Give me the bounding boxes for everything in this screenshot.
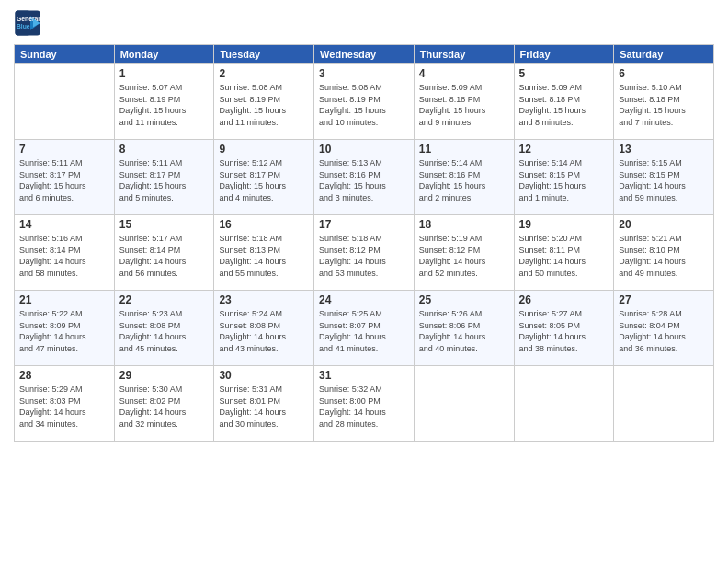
weekday-header-tuesday: Tuesday: [214, 45, 314, 64]
day-info: Sunrise: 5:13 AM Sunset: 8:16 PM Dayligh…: [319, 157, 409, 203]
calendar-cell: 21Sunrise: 5:22 AM Sunset: 8:09 PM Dayli…: [15, 291, 115, 366]
day-info: Sunrise: 5:28 AM Sunset: 8:04 PM Dayligh…: [619, 308, 709, 354]
calendar-cell: 8Sunrise: 5:11 AM Sunset: 8:17 PM Daylig…: [114, 140, 214, 215]
day-info: Sunrise: 5:09 AM Sunset: 8:18 PM Dayligh…: [419, 82, 509, 128]
day-number: 27: [619, 293, 709, 306]
day-number: 3: [319, 67, 409, 80]
calendar-cell: 16Sunrise: 5:18 AM Sunset: 8:13 PM Dayli…: [214, 215, 314, 291]
calendar-cell: 12Sunrise: 5:14 AM Sunset: 8:15 PM Dayli…: [514, 140, 614, 215]
day-number: 25: [419, 293, 509, 306]
calendar-week-row: 28Sunrise: 5:29 AM Sunset: 8:03 PM Dayli…: [15, 366, 714, 442]
day-info: Sunrise: 5:14 AM Sunset: 8:16 PM Dayligh…: [419, 157, 509, 203]
day-number: 28: [19, 369, 109, 382]
day-info: Sunrise: 5:25 AM Sunset: 8:07 PM Dayligh…: [319, 308, 409, 354]
calendar-cell: [15, 64, 115, 140]
weekday-header-wednesday: Wednesday: [314, 45, 415, 64]
day-info: Sunrise: 5:19 AM Sunset: 8:12 PM Dayligh…: [419, 233, 509, 279]
calendar-cell: 22Sunrise: 5:23 AM Sunset: 8:08 PM Dayli…: [114, 291, 214, 366]
svg-text:Blue: Blue: [17, 23, 30, 29]
day-info: Sunrise: 5:18 AM Sunset: 8:12 PM Dayligh…: [319, 233, 409, 279]
calendar-cell: 3Sunrise: 5:08 AM Sunset: 8:19 PM Daylig…: [314, 64, 415, 140]
day-number: 21: [19, 293, 109, 306]
calendar-cell: 18Sunrise: 5:19 AM Sunset: 8:12 PM Dayli…: [414, 215, 514, 291]
day-info: Sunrise: 5:24 AM Sunset: 8:08 PM Dayligh…: [219, 308, 309, 354]
calendar-cell: 31Sunrise: 5:32 AM Sunset: 8:00 PM Dayli…: [314, 366, 415, 442]
calendar-cell: 14Sunrise: 5:16 AM Sunset: 8:14 PM Dayli…: [15, 215, 115, 291]
day-number: 22: [119, 293, 210, 306]
calendar-cell: [614, 366, 714, 442]
day-info: Sunrise: 5:17 AM Sunset: 8:14 PM Dayligh…: [119, 233, 210, 279]
day-info: Sunrise: 5:16 AM Sunset: 8:14 PM Dayligh…: [19, 233, 109, 279]
day-info: Sunrise: 5:07 AM Sunset: 8:19 PM Dayligh…: [119, 82, 210, 128]
weekday-header-monday: Monday: [114, 45, 214, 64]
day-info: Sunrise: 5:12 AM Sunset: 8:17 PM Dayligh…: [219, 157, 309, 203]
day-info: Sunrise: 5:14 AM Sunset: 8:15 PM Dayligh…: [519, 157, 609, 203]
day-number: 1: [119, 67, 210, 80]
calendar-cell: 20Sunrise: 5:21 AM Sunset: 8:10 PM Dayli…: [614, 215, 714, 291]
day-number: 26: [519, 293, 609, 306]
day-number: 18: [419, 218, 509, 231]
calendar-cell: 11Sunrise: 5:14 AM Sunset: 8:16 PM Dayli…: [414, 140, 514, 215]
weekday-header-friday: Friday: [514, 45, 614, 64]
day-info: Sunrise: 5:29 AM Sunset: 8:03 PM Dayligh…: [19, 384, 109, 430]
header: General Blue: [14, 9, 714, 37]
day-number: 9: [219, 143, 309, 155]
calendar-cell: 19Sunrise: 5:20 AM Sunset: 8:11 PM Dayli…: [514, 215, 614, 291]
calendar-table: SundayMondayTuesdayWednesdayThursdayFrid…: [14, 44, 714, 442]
day-info: Sunrise: 5:15 AM Sunset: 8:15 PM Dayligh…: [619, 157, 709, 203]
page: General Blue SundayMondayTuesdayWednesda…: [0, 0, 728, 563]
day-info: Sunrise: 5:20 AM Sunset: 8:11 PM Dayligh…: [519, 233, 609, 279]
day-number: 15: [119, 218, 210, 231]
calendar-cell: 5Sunrise: 5:09 AM Sunset: 8:18 PM Daylig…: [514, 64, 614, 140]
day-number: 12: [519, 143, 609, 155]
day-info: Sunrise: 5:08 AM Sunset: 8:19 PM Dayligh…: [319, 82, 409, 128]
calendar-cell: 2Sunrise: 5:08 AM Sunset: 8:19 PM Daylig…: [214, 64, 314, 140]
calendar-cell: 15Sunrise: 5:17 AM Sunset: 8:14 PM Dayli…: [114, 215, 214, 291]
logo: General Blue: [14, 9, 45, 37]
day-info: Sunrise: 5:18 AM Sunset: 8:13 PM Dayligh…: [219, 233, 309, 279]
calendar-cell: 17Sunrise: 5:18 AM Sunset: 8:12 PM Dayli…: [314, 215, 415, 291]
day-number: 6: [619, 67, 709, 80]
calendar-week-row: 7Sunrise: 5:11 AM Sunset: 8:17 PM Daylig…: [15, 140, 714, 215]
day-number: 4: [419, 67, 509, 80]
calendar-cell: 24Sunrise: 5:25 AM Sunset: 8:07 PM Dayli…: [314, 291, 415, 366]
day-info: Sunrise: 5:31 AM Sunset: 8:01 PM Dayligh…: [219, 384, 309, 430]
day-number: 23: [219, 293, 309, 306]
day-number: 31: [319, 369, 409, 382]
calendar-cell: 29Sunrise: 5:30 AM Sunset: 8:02 PM Dayli…: [114, 366, 214, 442]
calendar-week-row: 14Sunrise: 5:16 AM Sunset: 8:14 PM Dayli…: [15, 215, 714, 291]
day-number: 19: [519, 218, 609, 231]
day-number: 5: [519, 67, 609, 80]
calendar-cell: 28Sunrise: 5:29 AM Sunset: 8:03 PM Dayli…: [15, 366, 115, 442]
day-number: 2: [219, 67, 309, 80]
day-info: Sunrise: 5:23 AM Sunset: 8:08 PM Dayligh…: [119, 308, 210, 354]
calendar-cell: 6Sunrise: 5:10 AM Sunset: 8:18 PM Daylig…: [614, 64, 714, 140]
calendar-cell: 13Sunrise: 5:15 AM Sunset: 8:15 PM Dayli…: [614, 140, 714, 215]
calendar-week-row: 21Sunrise: 5:22 AM Sunset: 8:09 PM Dayli…: [15, 291, 714, 366]
calendar-cell: 4Sunrise: 5:09 AM Sunset: 8:18 PM Daylig…: [414, 64, 514, 140]
calendar-cell: 7Sunrise: 5:11 AM Sunset: 8:17 PM Daylig…: [15, 140, 115, 215]
day-number: 7: [19, 143, 109, 155]
day-info: Sunrise: 5:22 AM Sunset: 8:09 PM Dayligh…: [19, 308, 109, 354]
calendar-cell: [514, 366, 614, 442]
day-number: 8: [119, 143, 210, 155]
calendar-cell: 23Sunrise: 5:24 AM Sunset: 8:08 PM Dayli…: [214, 291, 314, 366]
day-number: 17: [319, 218, 409, 231]
calendar-cell: 9Sunrise: 5:12 AM Sunset: 8:17 PM Daylig…: [214, 140, 314, 215]
day-info: Sunrise: 5:11 AM Sunset: 8:17 PM Dayligh…: [119, 157, 210, 203]
calendar-cell: 26Sunrise: 5:27 AM Sunset: 8:05 PM Dayli…: [514, 291, 614, 366]
day-info: Sunrise: 5:26 AM Sunset: 8:06 PM Dayligh…: [419, 308, 509, 354]
day-number: 10: [319, 143, 409, 155]
logo-icon: General Blue: [14, 9, 41, 37]
day-number: 16: [219, 218, 309, 231]
day-info: Sunrise: 5:09 AM Sunset: 8:18 PM Dayligh…: [519, 82, 609, 128]
day-info: Sunrise: 5:08 AM Sunset: 8:19 PM Dayligh…: [219, 82, 309, 128]
day-number: 24: [319, 293, 409, 306]
calendar-cell: 10Sunrise: 5:13 AM Sunset: 8:16 PM Dayli…: [314, 140, 415, 215]
day-info: Sunrise: 5:32 AM Sunset: 8:00 PM Dayligh…: [319, 384, 409, 430]
calendar-cell: 1Sunrise: 5:07 AM Sunset: 8:19 PM Daylig…: [114, 64, 214, 140]
day-number: 30: [219, 369, 309, 382]
day-info: Sunrise: 5:21 AM Sunset: 8:10 PM Dayligh…: [619, 233, 709, 279]
day-number: 11: [419, 143, 509, 155]
calendar-cell: [414, 366, 514, 442]
